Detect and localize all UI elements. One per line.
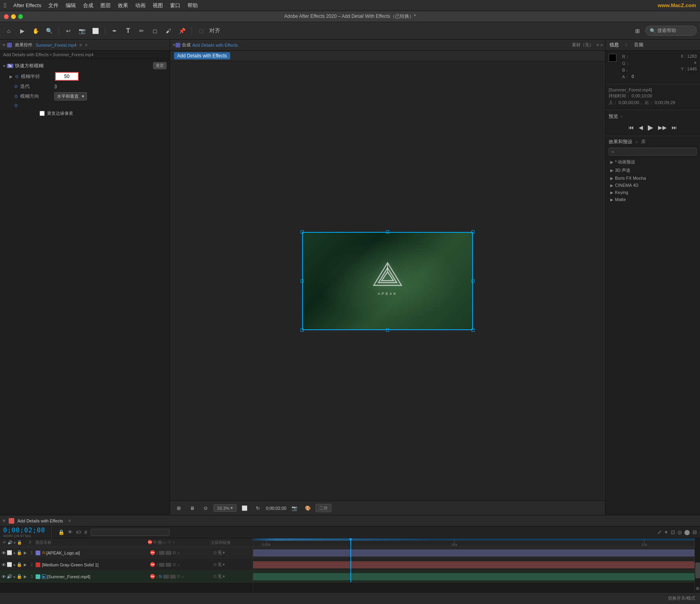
tl-icon-lock[interactable]: 🔒	[58, 529, 64, 535]
layer-3-slash[interactable]: /	[157, 574, 158, 579]
effects-panel-close[interactable]: ✕	[2, 43, 6, 47]
tl-icon-r3[interactable]: ⊡	[671, 529, 675, 535]
blur-radius-input[interactable]	[55, 72, 79, 81]
timeline-scrollbar[interactable]: ⊞	[694, 538, 700, 592]
layer-3-expand[interactable]: ▶	[24, 574, 27, 579]
comp-expand-icon[interactable]: »	[600, 43, 603, 47]
menu-layer[interactable]: 图层	[100, 2, 111, 9]
layer-row-3[interactable]: 👁 🔊 ● 🔒 ▶ 3 ▶ [Summer_Forest.mp4] ⛔ / fx…	[0, 571, 253, 583]
paint-tool[interactable]: 🖌	[163, 25, 174, 36]
comp-menu-icon[interactable]: ≡	[597, 43, 599, 47]
rotate-left-icon[interactable]: ↩	[63, 25, 74, 36]
layer-1-eye[interactable]: 👁	[2, 551, 6, 555]
close-button[interactable]	[4, 14, 9, 19]
menu-comp[interactable]: 合成	[83, 2, 93, 9]
tl-icon-num[interactable]: #	[84, 529, 87, 535]
timeline-menu[interactable]: ≡	[68, 519, 71, 523]
effects-item-2[interactable]: ▶ Boris FX Mocha	[609, 175, 697, 182]
layer-3-solo[interactable]: ●	[13, 574, 16, 579]
layer-2-expand[interactable]: ▶	[24, 562, 27, 567]
layer-2-slash[interactable]: /	[157, 562, 158, 567]
handle-bl[interactable]	[301, 329, 304, 332]
effects-menu-icon[interactable]: ≡	[79, 43, 82, 47]
scroll-thumb[interactable]	[695, 562, 700, 578]
layer-1-lock[interactable]: 🔒	[17, 550, 22, 555]
effects-item-3[interactable]: ▶ CINEMA 4D	[609, 182, 697, 189]
tl-icon-tag[interactable]: 🏷	[76, 529, 81, 535]
repeat-edge-checkbox[interactable]	[40, 111, 45, 116]
comp-footer-icon4[interactable]: ⬜	[239, 503, 250, 514]
align-icon[interactable]: 对齐	[209, 25, 220, 36]
menu-animation[interactable]: 动画	[135, 2, 146, 9]
preview-menu[interactable]: ≡	[621, 114, 623, 119]
tl-bar-3[interactable]	[253, 573, 694, 580]
tl-icon-r4[interactable]: ◎	[677, 529, 682, 535]
menu-edit[interactable]: 编辑	[66, 2, 76, 9]
box-select-icon[interactable]: ⬜	[90, 25, 101, 36]
preview-last-btn[interactable]: ⏭	[671, 123, 678, 131]
layer-row-1[interactable]: 👁 ⬜ ● 🔒 ▶ 1 Ai [APEAK_Logo.ai] ⛔ / ⊙ ○	[0, 547, 253, 559]
select-tool[interactable]: ▶	[17, 25, 28, 36]
comp-footer-icon2[interactable]: 🖥	[187, 503, 198, 514]
layer-3-eye[interactable]: 👁	[2, 574, 6, 579]
preview-step-fwd-btn[interactable]: ▶▶	[657, 123, 668, 131]
comp-footer-icon1[interactable]: ⊞	[173, 503, 184, 514]
hand-tool[interactable]: ✋	[30, 25, 41, 36]
layer-2-solo[interactable]: ●	[13, 562, 16, 567]
minimize-button[interactable]	[11, 14, 16, 19]
handle-br[interactable]	[471, 329, 475, 332]
brush-tool[interactable]: ✏	[136, 25, 147, 36]
layer-1-motion[interactable]: ⊙	[172, 550, 176, 555]
blur-radius-chevron[interactable]: ▶	[9, 74, 13, 79]
layer-3-adj[interactable]: ○	[182, 574, 184, 579]
tl-icon-r2[interactable]: ✴	[664, 529, 668, 535]
handle-mr[interactable]	[471, 279, 475, 283]
fx-reset-button[interactable]: 重置	[153, 62, 166, 69]
layer-2-parent-dropdown[interactable]: ⊙ 无 ▾	[213, 562, 225, 568]
zoom-dropdown[interactable]: 33.3% ▾	[214, 504, 236, 512]
library-tab[interactable]: 库	[641, 139, 646, 145]
handle-ml[interactable]	[301, 279, 304, 283]
shape-tool[interactable]: ◻	[196, 25, 207, 36]
comp-footer-icon3[interactable]: ⊙	[200, 503, 211, 514]
grid-icon[interactable]: ⊞	[632, 25, 643, 36]
handle-tm[interactable]	[386, 230, 389, 234]
layer-1-expand[interactable]: ▶	[24, 551, 27, 555]
menu-window[interactable]: 窗口	[170, 2, 180, 9]
layer-3-motion[interactable]: ⊙	[177, 574, 180, 579]
comp-color-icon[interactable]: 🎨	[302, 503, 313, 514]
tl-bar-2[interactable]	[253, 561, 694, 568]
timeline-tab-label[interactable]: Add Details with Effects	[17, 519, 63, 523]
pen-tool[interactable]: ✒	[109, 25, 120, 36]
text-tool[interactable]: T	[123, 25, 134, 36]
layer-1-adj[interactable]: ○	[177, 551, 180, 555]
menu-view[interactable]: 视图	[153, 2, 163, 9]
layer-1-slash[interactable]: /	[157, 551, 158, 555]
menu-file[interactable]: 文件	[48, 2, 59, 9]
effects-menu[interactable]: ≡	[636, 140, 638, 144]
comp-camera-icon[interactable]: 📷	[289, 503, 300, 514]
tl-bar-1[interactable]	[253, 549, 694, 557]
comp-tab-label[interactable]: 合成	[182, 42, 191, 48]
info-tab[interactable]: 信息	[608, 41, 621, 49]
menu-help[interactable]: 帮助	[187, 2, 198, 9]
apple-menu[interactable]: 	[4, 2, 6, 9]
layer-3-parent-dropdown[interactable]: ⊙ 无 ▾	[213, 574, 225, 579]
home-icon[interactable]: ⌂	[3, 25, 14, 36]
menu-effect[interactable]: 效果	[118, 2, 128, 9]
camera-icon[interactable]: 📷	[76, 25, 87, 36]
effects-item-1[interactable]: ▶ 3D 声道	[609, 166, 697, 175]
layer-3-lock[interactable]: 🔒	[17, 574, 22, 579]
tl-icon-eye[interactable]: 👁	[68, 529, 73, 535]
blur-radius-stopwatch[interactable]: ⊙	[15, 74, 19, 79]
extra-stopwatch[interactable]: ⊙	[14, 103, 18, 108]
layer-2-adj[interactable]: ○	[177, 562, 180, 567]
preview-play-btn[interactable]: ▶	[647, 122, 654, 133]
layer-3-attr1[interactable]: ⛔	[150, 574, 155, 579]
effects-item-0[interactable]: ▶ * 动画预设	[609, 158, 697, 166]
maximize-button[interactable]	[18, 14, 23, 19]
timeline-close[interactable]: ✕	[2, 519, 6, 523]
handle-bm[interactable]	[386, 329, 389, 332]
audio-tab[interactable]: 音频	[632, 41, 645, 49]
comp-footer-icon5[interactable]: ↻	[252, 503, 263, 514]
